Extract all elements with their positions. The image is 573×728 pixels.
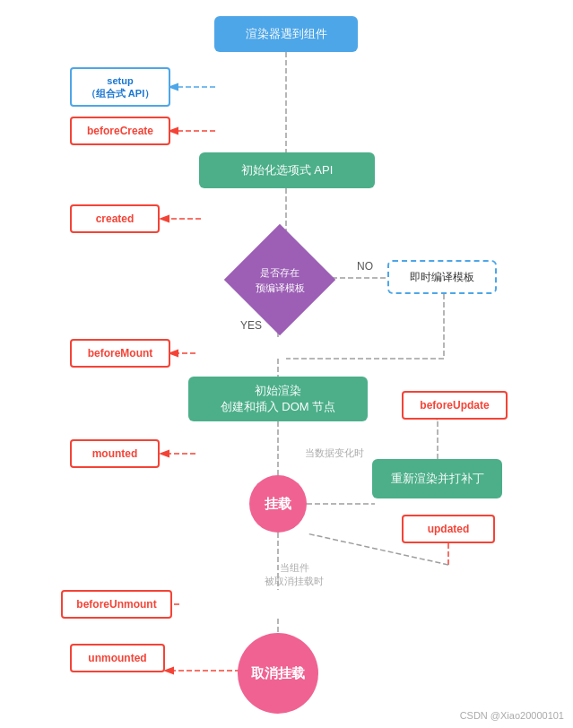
renderer-encounter-label: 渲染器遇到组件 — [246, 26, 327, 42]
init-options-node: 初始化选项式 API — [199, 152, 375, 188]
before-update-node: beforeUpdate — [402, 391, 508, 420]
initial-render-label: 初始渲染 创建和插入 DOM 节点 — [221, 383, 336, 415]
mounted-circle-label: 挂载 — [265, 496, 291, 513]
re-render-node: 重新渲染并打补丁 — [372, 459, 502, 498]
unmount-when-label: 当组件 被取消挂载时 — [265, 561, 324, 589]
renderer-encounter-node: 渲染器遇到组件 — [214, 16, 358, 52]
unmounted-label: unmounted — [88, 652, 146, 664]
before-mount-node: beforeMount — [70, 339, 170, 368]
before-create-label: beforeCreate — [87, 125, 153, 137]
setup-node: setup （组合式 API） — [70, 67, 170, 107]
data-change-label: 当数据变化时 — [305, 446, 364, 460]
before-unmount-label: beforeUnmount — [76, 598, 156, 611]
unmounted-node: unmounted — [70, 644, 165, 672]
watermark: CSDN @Xiao20000101 — [460, 710, 564, 721]
re-render-label: 重新渲染并打补丁 — [391, 471, 484, 487]
diagram-container: 渲染器遇到组件 setup （组合式 API） beforeCreate 初始化… — [0, 0, 573, 728]
mounted-circle-node: 挂载 — [249, 475, 307, 533]
initial-render-node: 初始渲染 创建和插入 DOM 节点 — [188, 377, 368, 421]
compile-label: 即时编译模板 — [410, 270, 474, 285]
mounted-label: mounted — [92, 447, 138, 460]
diamond-label: 是否存在预编译模板 — [256, 265, 305, 295]
before-create-node: beforeCreate — [70, 117, 170, 145]
before-mount-label: beforeMount — [88, 347, 153, 360]
no-label: NO — [357, 260, 373, 273]
yes-label: YES — [240, 319, 262, 332]
unmount-circle-node: 取消挂载 — [238, 633, 318, 714]
before-update-label: beforeUpdate — [420, 399, 489, 412]
init-options-label: 初始化选项式 API — [241, 162, 334, 178]
setup-label: setup （组合式 API） — [86, 74, 154, 100]
compile-node: 即时编译模板 — [387, 260, 497, 294]
updated-node: updated — [402, 515, 495, 543]
updated-label: updated — [428, 523, 470, 535]
created-label: created — [96, 212, 135, 225]
before-unmount-node: beforeUnmount — [61, 590, 172, 619]
unmount-circle-label: 取消挂载 — [251, 665, 305, 682]
mounted-node: mounted — [70, 439, 160, 468]
created-node: created — [70, 204, 160, 233]
